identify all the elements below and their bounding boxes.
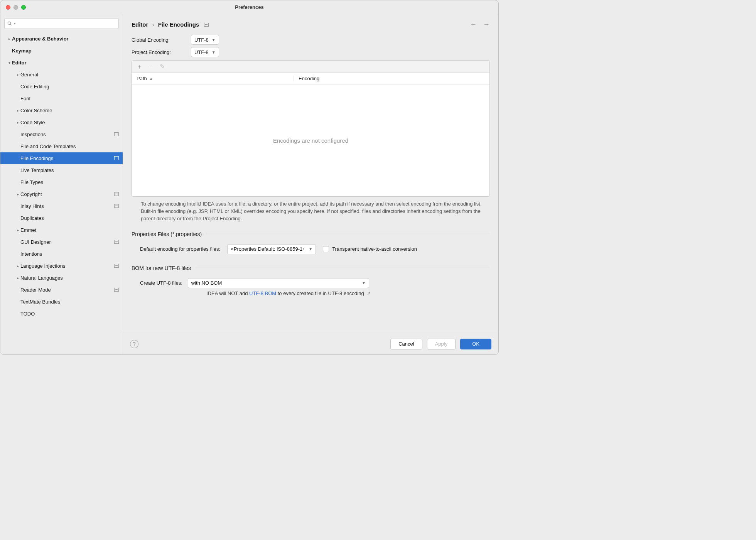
sidebar-item-label: Font [20,96,30,101]
sidebar-item-code-editing[interactable]: Code Editing [0,81,123,93]
sidebar-item-language-injections[interactable]: ▸Language Injections [0,260,123,272]
expand-icon: ▸ [15,228,20,232]
sidebar-item-label: TextMate Bundles [20,299,60,305]
project-encoding-label: Project Encoding: [132,49,186,55]
sidebar-item-copyright[interactable]: ▸Copyright [0,188,123,200]
apply-button[interactable]: Apply [427,339,456,349]
sidebar-item-general[interactable]: ▸General [0,69,123,81]
main-panel: Editor › File Encodings ← → Global Encod… [123,14,498,354]
project-scope-icon [114,132,119,137]
properties-default-dropdown[interactable]: <Properties Default: ISO-8859-1> ▼ [227,244,316,254]
ok-button[interactable]: OK [460,339,491,349]
sidebar-item-label: Copyright [20,191,42,197]
sidebar-item-keymap[interactable]: Keymap [0,45,123,57]
sidebar-item-label: File and Code Templates [20,143,76,149]
breadcrumb-current: File Encodings [158,21,199,28]
settings-tree[interactable]: ▸Appearance & BehaviorKeymap▾Editor▸Gene… [0,32,123,354]
chevron-down-icon: ▼ [362,281,366,285]
sidebar-item-label: Language Injections [20,263,65,269]
remove-icon[interactable]: － [148,64,154,70]
chevron-down-icon: ▼ [212,50,216,54]
expand-icon: ▸ [15,73,20,77]
sidebar-item-editor[interactable]: ▾Editor [0,57,123,69]
sidebar-item-inspections[interactable]: Inspections [0,128,123,140]
add-icon[interactable]: ＋ [137,64,143,70]
cancel-button[interactable]: Cancel [390,339,422,349]
sidebar-item-reader-mode[interactable]: Reader Mode [0,284,123,296]
sidebar-item-font[interactable]: Font [0,93,123,105]
sidebar-item-todo[interactable]: TODO [0,308,123,320]
create-utf8-value: with NO BOM [191,280,222,286]
encodings-table: ＋ － ✎ Path ▲ Encoding Encodings are not [132,60,490,197]
sidebar-item-label: Intentions [20,251,42,257]
column-path[interactable]: Path ▲ [132,76,294,81]
sidebar-item-label: Live Templates [20,167,54,173]
divider [195,268,490,268]
sidebar-item-code-style[interactable]: ▸Code Style [0,116,123,128]
bom-section-title: BOM for new UTF-8 files [132,265,191,271]
sidebar-item-label: Keymap [12,48,32,54]
sidebar-item-appearance-behavior[interactable]: ▸Appearance & Behavior [0,33,123,45]
sidebar-item-label: Appearance & Behavior [12,36,69,42]
search-input[interactable]: ▾ [4,18,119,29]
create-utf8-label: Create UTF-8 files: [140,280,182,286]
dropdown-caret-icon: ▾ [14,22,16,25]
chevron-down-icon: ▼ [309,247,312,251]
project-scope-icon [114,287,119,293]
sidebar-item-label: Color Scheme [20,108,52,113]
sidebar-item-label: Duplicates [20,215,44,221]
sidebar-item-live-templates[interactable]: Live Templates [0,164,123,176]
project-scope-icon [114,191,119,197]
global-encoding-label: Global Encoding: [132,37,186,43]
project-scope-icon [114,203,119,209]
sidebar: ▾ ▸Appearance & BehaviorKeymap▾Editor▸Ge… [0,14,123,354]
project-encoding-value: UTF-8 [194,49,209,55]
sort-asc-icon: ▲ [149,76,153,81]
breadcrumb-root[interactable]: Editor [132,21,148,28]
sidebar-item-textmate-bundles[interactable]: TextMate Bundles [0,296,123,308]
utf8-bom-link[interactable]: UTF-8 BOM [249,290,276,296]
divider [206,234,490,234]
sidebar-item-color-scheme[interactable]: ▸Color Scheme [0,105,123,116]
sidebar-item-natural-languages[interactable]: ▸Natural Languages [0,272,123,284]
search-field[interactable] [17,20,116,27]
properties-section-title: Properties Files (*.properties) [132,231,202,237]
forward-icon[interactable]: → [483,20,490,29]
expand-icon: ▾ [7,61,12,65]
sidebar-item-label: Code Style [20,120,45,125]
sidebar-item-label: General [20,72,38,78]
expand-icon: ▸ [15,108,20,113]
breadcrumb: Editor › File Encodings [132,21,209,28]
help-icon[interactable]: ? [130,340,138,348]
native-to-ascii-label: Transparent native-to-ascii conversion [332,246,417,252]
global-encoding-dropdown[interactable]: UTF-8 ▼ [191,35,219,45]
sidebar-item-file-encodings[interactable]: File Encodings [0,152,123,164]
edit-icon[interactable]: ✎ [160,64,165,70]
sidebar-item-file-and-code-templates[interactable]: File and Code Templates [0,140,123,152]
preferences-window: Preferences ▾ ▸Appearance & BehaviorKeym… [0,0,499,355]
project-scope-icon [114,155,119,161]
chevron-down-icon: ▼ [212,38,216,42]
create-utf8-dropdown[interactable]: with NO BOM ▼ [188,278,369,288]
sidebar-item-emmet[interactable]: ▸Emmet [0,224,123,236]
column-encoding[interactable]: Encoding [294,76,489,81]
back-icon[interactable]: ← [470,20,477,29]
project-encoding-dropdown[interactable]: UTF-8 ▼ [191,47,219,57]
external-link-icon[interactable]: ↗ [367,291,371,296]
sidebar-item-file-types[interactable]: File Types [0,176,123,188]
sidebar-item-label: GUI Designer [20,239,51,245]
sidebar-item-label: Reader Mode [20,287,51,293]
native-to-ascii-checkbox[interactable]: Transparent native-to-ascii conversion [323,246,417,252]
sidebar-item-label: Inspections [20,132,46,137]
bom-note: IDEA will NOT add UTF-8 BOM to every cre… [206,290,371,296]
sidebar-item-label: Emmet [20,227,36,233]
table-toolbar: ＋ － ✎ [132,61,489,73]
sidebar-item-intentions[interactable]: Intentions [0,248,123,260]
properties-default-label: Default encoding for properties files: [140,246,220,252]
dialog-footer: ? Cancel Apply OK [123,333,498,354]
project-scope-icon [114,239,119,245]
sidebar-item-gui-designer[interactable]: GUI Designer [0,236,123,248]
sidebar-item-inlay-hints[interactable]: Inlay Hints [0,200,123,212]
properties-default-value: <Properties Default: ISO-8859-1> [231,246,304,252]
sidebar-item-duplicates[interactable]: Duplicates [0,212,123,224]
